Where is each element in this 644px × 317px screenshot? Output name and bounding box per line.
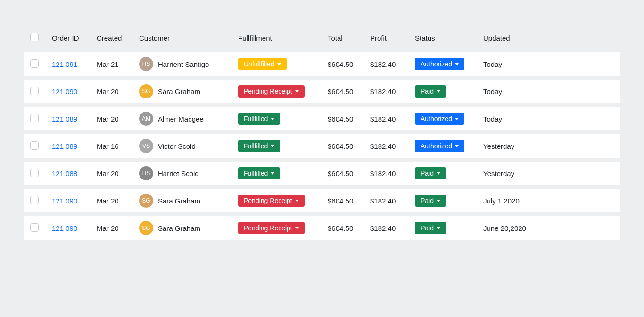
created-cell: Mar 20: [92, 80, 134, 103]
caret-down-icon: [455, 63, 459, 65]
order-id-cell: 121 090: [47, 216, 92, 240]
row-checkbox-cell: [24, 134, 47, 158]
table-row: 121 090Mar 20SGSara GrahamPending Receip…: [24, 80, 620, 103]
customer-cell: HSHarriet Scold: [134, 162, 233, 185]
avatar: HS: [139, 166, 153, 180]
table-row: 121 088Mar 20HSHarriet ScoldFullfilled$6…: [24, 162, 620, 185]
fulfillment-dropdown[interactable]: Pending Receipt: [238, 85, 305, 98]
caret-down-icon: [271, 118, 274, 120]
status-dropdown[interactable]: Paid: [415, 222, 446, 234]
profit-cell: $182.40: [365, 216, 410, 240]
status-dropdown[interactable]: Authorized: [415, 113, 464, 125]
status-dropdown[interactable]: Paid: [415, 85, 446, 98]
fulfillment-dropdown[interactable]: Fullfilled: [238, 113, 280, 125]
fulfillment-cell: Pending Receipt: [233, 80, 323, 103]
status-cell: Authorized: [410, 52, 479, 76]
customer-cell: SGSara Graham: [134, 216, 233, 240]
status-dropdown[interactable]: Authorized: [415, 58, 464, 70]
updated-cell: July 1,2020: [479, 189, 620, 212]
header-fulfillment[interactable]: Fullfillment: [233, 27, 323, 49]
profit-cell: $182.40: [365, 162, 410, 185]
row-checkbox[interactable]: [30, 114, 39, 122]
row-checkbox[interactable]: [30, 59, 39, 68]
customer-name: Victor Scold: [158, 142, 196, 150]
status-label: Paid: [421, 170, 434, 177]
header-updated[interactable]: Updated: [479, 27, 620, 49]
status-label: Authorized: [421, 60, 452, 68]
header-status[interactable]: Status: [410, 27, 479, 49]
customer-cell: AMAlmer Macgee: [134, 107, 233, 130]
status-dropdown[interactable]: Paid: [415, 167, 446, 179]
caret-down-icon: [455, 145, 459, 147]
select-all-checkbox[interactable]: [30, 33, 39, 41]
fulfillment-cell: Pending Receipt: [233, 216, 323, 240]
customer-name: Sara Graham: [158, 197, 200, 205]
order-id-link[interactable]: 121 090: [52, 197, 77, 205]
updated-cell: Today: [479, 107, 620, 130]
fulfillment-label: Fullfilled: [244, 170, 268, 177]
fulfillment-dropdown[interactable]: Unfullfilled: [238, 58, 287, 70]
profit-cell: $182.40: [365, 80, 410, 103]
updated-cell: Today: [479, 52, 620, 76]
caret-down-icon: [437, 90, 440, 93]
row-checkbox[interactable]: [30, 141, 39, 150]
customer-name: Harriet Scold: [158, 170, 199, 178]
status-cell: Authorized: [410, 134, 479, 158]
fulfillment-cell: Pending Receipt: [233, 189, 323, 212]
header-profit[interactable]: Profit: [365, 27, 410, 49]
header-total[interactable]: Total: [323, 27, 365, 49]
customer-cell: SGSara Graham: [134, 80, 233, 103]
order-id-link[interactable]: 121 090: [52, 88, 77, 96]
updated-cell: June 20,2020: [479, 216, 620, 240]
fulfillment-dropdown[interactable]: Pending Receipt: [238, 222, 305, 234]
status-label: Authorized: [421, 115, 452, 122]
avatar: AM: [139, 112, 153, 126]
fulfillment-dropdown[interactable]: Fullfilled: [238, 167, 280, 179]
order-id-link[interactable]: 121 090: [52, 224, 77, 232]
row-checkbox[interactable]: [30, 87, 39, 95]
order-id-cell: 121 090: [47, 189, 92, 212]
created-cell: Mar 20: [92, 107, 134, 130]
avatar: SG: [139, 194, 153, 208]
caret-down-icon: [437, 227, 440, 229]
customer-name: Sara Graham: [158, 224, 200, 232]
customer-name: Sara Graham: [158, 88, 200, 96]
order-id-link[interactable]: 121 091: [52, 60, 77, 68]
caret-down-icon: [437, 200, 440, 202]
header-order-id[interactable]: Order ID: [47, 27, 92, 49]
status-dropdown[interactable]: Authorized: [415, 140, 464, 152]
total-cell: $604.50: [323, 52, 365, 76]
total-cell: $604.50: [323, 189, 365, 212]
order-id-link[interactable]: 121 088: [52, 170, 77, 178]
row-checkbox[interactable]: [30, 169, 39, 177]
fulfillment-label: Pending Receipt: [244, 197, 292, 204]
row-checkbox[interactable]: [30, 223, 39, 232]
header-customer[interactable]: Customer: [134, 27, 233, 49]
header-created[interactable]: Created: [92, 27, 134, 49]
order-id-link[interactable]: 121 089: [52, 142, 77, 150]
fulfillment-dropdown[interactable]: Pending Receipt: [238, 195, 305, 207]
profit-cell: $182.40: [365, 189, 410, 212]
row-checkbox-cell: [24, 107, 47, 130]
row-checkbox-cell: [24, 52, 47, 76]
total-cell: $604.50: [323, 134, 365, 158]
avatar: SG: [139, 84, 153, 98]
profit-cell: $182.40: [365, 107, 410, 130]
table-row: 121 091Mar 21HSHarrient SantigoUnfullfil…: [24, 52, 620, 76]
caret-down-icon: [271, 145, 274, 147]
caret-down-icon: [277, 63, 281, 65]
profit-cell: $182.40: [365, 134, 410, 158]
row-checkbox[interactable]: [30, 196, 39, 204]
table-row: 121 089Mar 20AMAlmer MacgeeFullfilled$60…: [24, 107, 620, 130]
fulfillment-dropdown[interactable]: Fullfilled: [238, 140, 280, 152]
customer-name: Harrient Santigo: [158, 60, 209, 68]
created-cell: Mar 20: [92, 216, 134, 240]
order-id-link[interactable]: 121 089: [52, 115, 77, 123]
fulfillment-cell: Fullfilled: [233, 162, 323, 185]
total-cell: $604.50: [323, 216, 365, 240]
caret-down-icon: [295, 227, 299, 229]
status-label: Paid: [421, 88, 434, 95]
status-cell: Paid: [410, 162, 479, 185]
status-dropdown[interactable]: Paid: [415, 195, 446, 207]
status-label: Authorized: [421, 142, 452, 150]
